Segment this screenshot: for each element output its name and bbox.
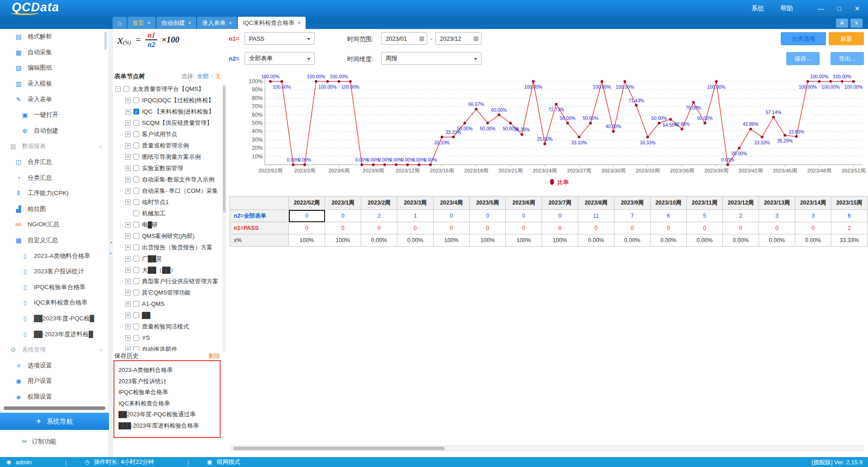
tree-node-10[interactable]: 机械加工: [113, 208, 222, 219]
tree-node-3[interactable]: +客户试用节点: [113, 129, 222, 140]
sidebar-item-merge-summary[interactable]: ◫合并汇总: [0, 154, 108, 170]
data-point[interactable]: [566, 122, 569, 124]
tree-node-2[interactable]: +SCQM【供应链质量管理】: [113, 117, 222, 129]
tree-node-checkbox[interactable]: [133, 222, 139, 228]
expand-icon[interactable]: +: [125, 154, 131, 160]
table-cell[interactable]: 0: [434, 210, 470, 222]
table-cell[interactable]: 0.00%: [759, 234, 795, 247]
tab-close-icon[interactable]: ×: [188, 20, 191, 26]
table-cell[interactable]: 0.00%: [614, 234, 651, 247]
tree-node-checkbox[interactable]: [133, 335, 139, 341]
table-cell[interactable]: 0.00%: [361, 234, 397, 247]
tab-entry-form[interactable]: 录入表单×: [197, 17, 237, 29]
table-cell[interactable]: 0.00%: [397, 234, 434, 247]
table-cell[interactable]: 0: [361, 222, 397, 234]
data-point[interactable]: [841, 80, 844, 83]
data-point[interactable]: [509, 122, 512, 124]
table-col-header[interactable]: 2023/8周: [578, 196, 614, 210]
tree-node-checkbox[interactable]: [133, 267, 139, 273]
tab-home[interactable]: ⌂: [113, 17, 127, 29]
tree-node-checkbox[interactable]: [133, 97, 139, 103]
expand-icon[interactable]: +: [125, 109, 131, 114]
table-cell[interactable]: 0: [325, 222, 361, 234]
history-item-3[interactable]: IQC来料检查合格率: [114, 398, 220, 410]
tab-home-page[interactable]: 首页×: [127, 17, 156, 29]
table-col-header[interactable]: 2023/6周: [506, 196, 542, 210]
expand-icon[interactable]: +: [125, 222, 131, 228]
history-item-4[interactable]: ██2023年度-PQC检验通过率: [114, 409, 220, 420]
sidebar-item-auto-collect[interactable]: ▦自动采集: [0, 45, 108, 61]
table-col-header[interactable]: 2023/10周: [651, 196, 687, 210]
history-item-2[interactable]: IPQC检验单合格率: [114, 387, 220, 398]
sidebar-collapse-strip[interactable]: ◂ ▸: [109, 29, 113, 457]
tree-node-checkbox[interactable]: [133, 256, 139, 262]
data-point[interactable]: [715, 80, 717, 83]
custom-functions-button[interactable]: ✂ 订制功能: [0, 434, 109, 450]
chevron-down-icon[interactable]: ∨: [99, 144, 102, 149]
sidebar-item-system-manage[interactable]: ⚙系统管理∨: [0, 342, 108, 358]
table-cell[interactable]: 0: [325, 210, 361, 222]
expand-icon[interactable]: +: [125, 267, 131, 273]
tree-node-checkbox[interactable]: [133, 346, 139, 351]
tree-scrollbar-track[interactable]: [222, 83, 226, 351]
table-cell[interactable]: 100%: [289, 234, 325, 247]
expand-icon[interactable]: +: [125, 234, 131, 239]
history-delete-link[interactable]: 删除: [208, 352, 220, 360]
tree-node-checkbox[interactable]: [133, 176, 139, 182]
table-cell[interactable]: 0: [506, 222, 542, 234]
tree-node-5[interactable]: +图纸引导测量方案示例: [113, 151, 222, 162]
sidebar-item-report-6[interactable]: ▯██-2023年度进料检█: [0, 326, 108, 342]
data-point[interactable]: [795, 135, 798, 138]
data-point[interactable]: [749, 128, 752, 130]
menu-help[interactable]: 帮助: [780, 5, 793, 13]
tree-node-checkbox[interactable]: [133, 301, 139, 307]
sidebar-item-entry-template[interactable]: ▥录入模板: [0, 76, 108, 92]
sidebar-item-cpk[interactable]: ‖工序能力(CPK): [0, 186, 108, 201]
table-col-header[interactable]: 2023/3周: [397, 196, 434, 210]
data-point[interactable]: [326, 80, 329, 83]
data-point[interactable]: [475, 108, 477, 110]
data-point[interactable]: [383, 163, 386, 166]
tree-node-7[interactable]: +自动采集-数据文件导入示例: [113, 174, 222, 185]
table-cell[interactable]: 0: [470, 210, 506, 222]
history-item-5[interactable]: ███-2023年度进料检验合格率: [114, 420, 220, 432]
table-cell[interactable]: 0: [289, 210, 325, 222]
data-point[interactable]: [486, 122, 489, 124]
table-col-header[interactable]: 2023/5周: [470, 196, 506, 210]
tree-node-checkbox[interactable]: [133, 290, 139, 295]
table-col-header[interactable]: 2023/1周: [325, 196, 361, 210]
table-cell[interactable]: 0: [687, 222, 723, 234]
expand-icon[interactable]: +: [125, 120, 131, 126]
tab-close-icon[interactable]: ×: [297, 20, 301, 26]
sidebar-item-data-report[interactable]: ▨数据报表∨: [0, 138, 108, 154]
data-point[interactable]: [429, 163, 432, 166]
tree-node-checkbox[interactable]: [133, 244, 139, 250]
tree-node-13[interactable]: +出货报告（验货报告）方案: [113, 242, 222, 253]
table-col-header[interactable]: 2023/11周: [687, 196, 723, 210]
table-col-header[interactable]: 2023/13周: [759, 196, 795, 210]
time-range-from-input[interactable]: 2023/01 ▦: [381, 32, 427, 45]
tree-node-checkbox[interactable]: [133, 210, 139, 216]
menu-system[interactable]: 系统: [751, 5, 764, 13]
table-cell[interactable]: 100%: [542, 234, 578, 247]
sidebar-horizontal-scrollbar[interactable]: [4, 406, 105, 410]
save-button[interactable]: 保存...: [786, 52, 820, 65]
tab-close-icon[interactable]: ×: [147, 20, 151, 26]
table-cell[interactable]: 2: [831, 222, 868, 234]
table-cell[interactable]: 0: [289, 222, 325, 234]
sidebar-item-pareto[interactable]: ▟柏拉图: [0, 201, 108, 217]
data-point[interactable]: [520, 133, 523, 136]
expand-icon[interactable]: +: [125, 177, 131, 182]
tree-node-checkbox[interactable]: [133, 312, 139, 318]
table-cell[interactable]: 0: [397, 222, 434, 234]
table-cell[interactable]: 0: [542, 210, 578, 222]
tab-iqc-pass-rate[interactable]: IQC来料检查合格率×: [238, 17, 306, 29]
sidebar-item-report-1[interactable]: ▯2023-A类物料合格率: [0, 248, 108, 264]
table-cell[interactable]: 100%: [325, 234, 361, 247]
table-cell[interactable]: 0: [506, 210, 542, 222]
sidebar-item-custom-summary[interactable]: ▩自定义汇总: [0, 233, 108, 248]
tree-node-6[interactable]: +实验室数据管理: [113, 162, 222, 174]
table-cell[interactable]: 0.00%: [651, 234, 687, 247]
table-cell[interactable]: 2: [723, 210, 759, 222]
tree-node-17[interactable]: +其它QMS管理功能: [113, 287, 222, 298]
